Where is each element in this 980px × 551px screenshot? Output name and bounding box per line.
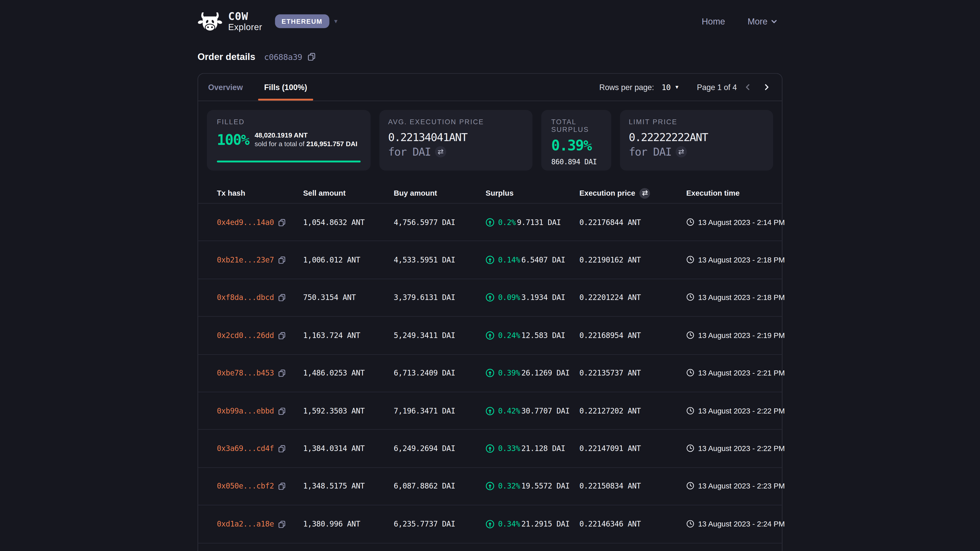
sell-amount: 1,348.5175 ANT [303,482,394,491]
tx-hash-link[interactable]: 0x4ed9...14a0 [217,218,274,227]
chevron-down-icon [771,18,778,25]
tab-overview-label: Overview [208,83,243,91]
sell-amount: 1,380.996 ANT [303,519,394,528]
clock-icon [686,369,694,377]
col-buy-amount: Buy amount [394,189,486,197]
page-title: Order details [197,51,256,62]
limit-price-card: LIMIT PRICE 0.22222222ANT for DAI [620,110,773,171]
clock-icon [686,482,694,490]
tab-overview[interactable]: Overview [202,74,249,100]
order-id: c0688a39 [264,52,302,62]
tab-fills[interactable]: Fills (100%) [258,74,313,100]
copy-icon [278,445,286,452]
copy-tx-hash-button[interactable] [278,520,286,528]
copy-icon [278,520,286,528]
copy-tx-hash-button[interactable] [278,445,286,452]
execution-price: 0.22127202 ANT [579,407,686,415]
filled-sold-amount: 48,020.1919 ANT [255,131,308,138]
execution-time-text: 13 August 2023 - 2:21 PM [698,368,786,379]
execution-price: 0.22150834 ANT [579,482,686,491]
table-row: 0xb99a...ebbd 1,592.3503 ANT 7,196.3471 … [198,392,782,430]
swap-icon [678,149,684,155]
surplus-cell: 0.24% 12.583 DAI [486,331,579,340]
execution-price: 0.22146346 ANT [579,519,686,528]
copy-tx-hash-button[interactable] [278,218,286,226]
surplus-amount: 21.2915 DAI [522,519,570,528]
clock-icon [686,519,694,528]
avg-price-value: 0.22134041ANT [388,131,523,144]
swap-icon [642,190,648,196]
nav-home[interactable]: Home [702,16,725,26]
copy-order-id-button[interactable] [307,52,315,61]
clock-icon [686,256,694,264]
execution-time: 13 August 2023 - 2:24 PM [686,518,786,530]
table-row: 0xf8da...dbcd 750.3154 ANT 3,379.6131 DA… [198,279,782,317]
logo-text: C0W Explorer [228,11,262,31]
copy-icon [307,52,315,61]
rows-per-page-caret-icon: ▼ [675,84,679,90]
surplus-amount: 3.1934 DAI [522,293,565,302]
copy-tx-hash-button[interactable] [278,369,286,377]
tx-hash-link[interactable]: 0xd1a2...a18e [217,519,274,528]
sell-amount: 750.3154 ANT [303,293,394,302]
surplus-cell: 0.14% 6.5407 DAI [486,256,579,264]
tx-hash-link[interactable]: 0x050e...cbf2 [217,482,274,491]
main-nav: Home More [702,16,783,26]
sell-amount: 1,054.8632 ANT [303,218,394,227]
tx-hash-link[interactable]: 0xf8da...dbcd [217,293,274,302]
execution-time: 13 August 2023 - 2:18 PM [686,292,786,303]
network-caret-icon[interactable]: ▼ [333,18,339,24]
page-status: Page 1 of 4 [697,83,737,91]
nav-more[interactable]: More [748,16,777,26]
copy-tx-hash-button[interactable] [278,256,286,264]
surplus-amount: 9.7131 DAI [517,218,561,227]
surplus-amount: 19.5572 DAI [522,482,570,491]
sell-amount: 1,384.0314 ANT [303,444,394,453]
fills-table-header: Tx hash Sell amount Buy amount Surplus E… [198,183,782,204]
order-panel: Overview Fills (100%) Rows per page: 10 … [197,73,783,551]
avg-execution-price-card: AVG. EXECUTION PRICE 0.22134041ANT for D… [380,110,533,171]
invert-price-button[interactable] [435,146,446,157]
buy-amount: 6,713.2409 DAI [394,369,486,378]
rows-per-page-label: Rows per page: [599,83,654,91]
copy-tx-hash-button[interactable] [278,332,286,339]
filled-progress-bar [217,160,361,162]
copy-tx-hash-button[interactable] [278,483,286,490]
tx-hash-link[interactable]: 0xb21e...23e7 [217,256,274,264]
execution-time-text: 13 August 2023 - 2:18 PM [698,292,786,303]
sell-amount: 1,486.0253 ANT [303,369,394,378]
col-sell-amount: Sell amount [303,189,394,197]
copy-icon [278,483,286,490]
copy-tx-hash-button[interactable] [278,294,286,301]
surplus-amount: 30.7707 DAI [522,407,570,415]
copy-tx-hash-button[interactable] [278,407,286,414]
execution-time-text: 13 August 2023 - 2:18 PM [698,254,786,265]
table-row: 0xd1a2...a18e 1,380.996 ANT 6,235.7737 D… [198,506,782,543]
rows-per-page-value: 10 [662,83,671,92]
invert-limit-price-button[interactable] [676,146,687,157]
arrow-up-circle-icon [486,444,494,453]
logo[interactable]: C0W Explorer [197,11,262,31]
surplus-percent: 0.32% [498,482,520,491]
prev-page-button[interactable] [739,79,756,95]
sell-amount: 1,163.724 ANT [303,331,394,340]
buy-amount: 6,249.2694 DAI [394,444,486,453]
tx-hash-link[interactable]: 0xbe78...b453 [217,369,274,378]
execution-price: 0.22147091 ANT [579,444,686,453]
arrow-up-circle-icon [486,369,494,378]
page-title-row: Order details c0688a39 [197,51,783,62]
surplus-amount: 21.128 DAI [522,444,565,453]
invert-execution-price-button[interactable] [640,188,650,198]
surplus-cell: 0.09% 3.1934 DAI [486,293,579,302]
tx-hash-link[interactable]: 0x2cd0...26dd [217,331,274,340]
tx-hash-link[interactable]: 0xb99a...ebbd [217,407,274,415]
nav-home-label: Home [702,16,725,26]
pagination-controls: Rows per page: 10 ▼ Page 1 of 4 [599,74,782,100]
rows-per-page-select[interactable]: 10 ▼ [662,83,679,92]
tx-hash-link[interactable]: 0x3a69...cd4f [217,444,274,453]
col-execution-price-label: Execution price [579,189,635,197]
network-badge[interactable]: ETHEREUM [275,14,329,28]
arrow-up-circle-icon [486,519,494,528]
surplus-cell: 0.34% 21.2915 DAI [486,519,579,528]
next-page-button[interactable] [758,79,775,95]
